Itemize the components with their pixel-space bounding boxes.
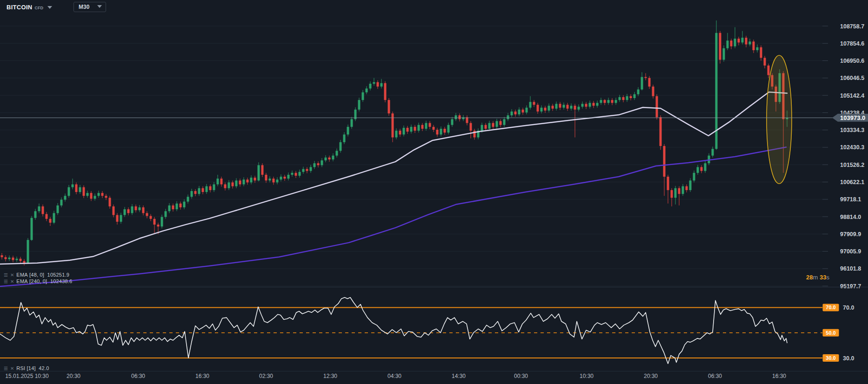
rsi-panel: 70.070.050.030.030.0 — [0, 298, 854, 364]
candle-body — [637, 89, 640, 94]
candle-body — [314, 163, 316, 167]
candle-body — [537, 105, 539, 111]
candle-body — [425, 123, 427, 129]
candle-body — [38, 206, 40, 211]
candle-body — [407, 128, 409, 132]
candle-body — [53, 213, 55, 223]
candle-body — [641, 77, 643, 90]
candle-body — [403, 128, 405, 134]
candle-body — [555, 104, 558, 108]
candle-body — [157, 225, 160, 226]
candle-body — [645, 77, 647, 78]
candle-body — [626, 96, 628, 100]
candle-body — [68, 187, 70, 196]
candle-body — [198, 188, 200, 194]
price-tick-label: 96101.8 — [840, 265, 861, 272]
candle-body — [16, 259, 18, 260]
candlestick-chart-canvas[interactable]: 108758.7107854.6106950.6106046.5105142.4… — [0, 0, 868, 384]
candle-body — [634, 94, 636, 98]
timeframe-value: M30 — [79, 4, 89, 10]
candle-body — [202, 188, 204, 192]
candle-body — [265, 175, 267, 180]
candle-body — [548, 106, 550, 110]
candle-body — [295, 173, 297, 176]
candle-body — [738, 39, 740, 42]
candle-body — [574, 106, 576, 109]
price-tick-label: 102430.3 — [840, 144, 864, 151]
candle-body — [228, 182, 230, 188]
candle-body — [180, 204, 182, 207]
candle-body — [135, 206, 137, 210]
candle-body — [414, 127, 416, 131]
symbol-selector[interactable]: BITCOIN CFD — [7, 4, 52, 11]
indicator-remove-icon[interactable]: ✕ — [10, 279, 14, 284]
candle-body — [72, 185, 74, 187]
candle-body — [570, 106, 573, 108]
candle-body — [321, 160, 323, 165]
rsi-level-badge-value: 70.0 — [826, 305, 835, 310]
indicator-remove-icon[interactable]: ✕ — [10, 272, 14, 278]
time-axis: 15.01.2025 10:3020:3006:3016:3002:3012:3… — [5, 373, 786, 379]
candle-body — [250, 178, 253, 182]
candle-body — [209, 186, 212, 190]
chevron-down-icon — [97, 5, 102, 8]
candle-body — [116, 215, 119, 222]
candle-body — [325, 158, 327, 160]
time-tick-label: 04:30 — [387, 373, 401, 379]
price-tick-label: 103334.3 — [840, 127, 864, 133]
candle-body — [139, 207, 141, 210]
candle-body — [8, 258, 11, 259]
time-tick-label: 06:30 — [708, 373, 722, 379]
indicator-settings-icon[interactable]: ☰ — [4, 366, 8, 371]
candle-body — [652, 86, 654, 96]
candle-body — [90, 193, 93, 199]
candle-body — [656, 96, 658, 117]
candle-body — [660, 117, 662, 146]
candle-body — [622, 97, 625, 100]
candle-body — [764, 58, 766, 65]
indicator-settings-icon[interactable]: ☰ — [4, 279, 8, 284]
indicator-settings-icon[interactable]: ☰ — [4, 272, 8, 278]
candle-body — [113, 206, 115, 215]
candle-body — [105, 196, 107, 198]
price-tick-label: 101526.2 — [840, 162, 864, 168]
candle-body — [146, 213, 148, 216]
candle-body — [287, 175, 290, 179]
indicator-remove-icon[interactable]: ✕ — [10, 366, 14, 371]
ema240-legend-label: EMA [240, 0] 102438.6 — [16, 278, 72, 284]
candle-body — [697, 167, 699, 172]
candle-body — [5, 257, 7, 259]
timeframe-selector[interactable]: M30 — [73, 2, 106, 12]
highlight-ellipse-annotation — [767, 55, 792, 184]
rsi-level-label: 30.0 — [843, 355, 854, 362]
candle-body — [358, 100, 361, 110]
candle-body — [522, 110, 524, 113]
time-tick-label: 20:30 — [67, 373, 80, 379]
candle-body — [261, 165, 264, 175]
price-tick-label: 106950.6 — [840, 58, 864, 64]
candle-body — [455, 115, 457, 119]
candle-body — [280, 177, 282, 179]
candle-body — [340, 142, 342, 151]
candle-body — [362, 93, 364, 100]
candle-body — [94, 196, 96, 199]
candle-body — [57, 205, 59, 213]
candle-body — [191, 191, 193, 197]
candle-body — [31, 218, 33, 240]
candle-body — [451, 119, 454, 125]
candle-body — [600, 100, 602, 103]
candle-body — [291, 173, 294, 175]
candle-body — [760, 47, 762, 58]
candle-body — [310, 167, 312, 171]
candle-body — [581, 104, 584, 106]
candle-body — [34, 211, 37, 218]
candle-body — [500, 121, 502, 125]
price-tick-label: 108758.7 — [840, 23, 864, 30]
candle-body — [723, 48, 725, 60]
candle-body — [150, 216, 152, 219]
time-tick-label: 00:30 — [514, 373, 528, 379]
candle-body — [269, 179, 271, 180]
candle-body — [131, 206, 134, 213]
candle-body — [648, 78, 651, 87]
candle-body — [578, 107, 580, 110]
